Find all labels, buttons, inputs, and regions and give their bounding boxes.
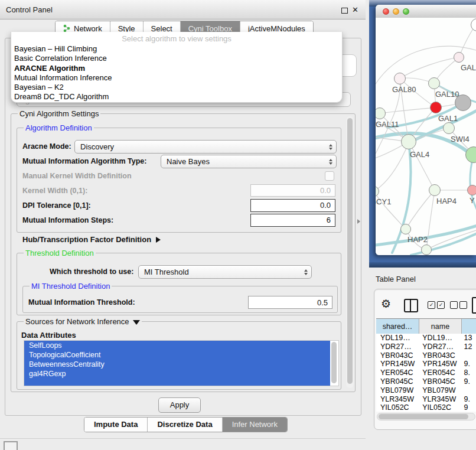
table-cell[interactable]: 9.: [460, 360, 476, 369]
network-window-titlebar[interactable]: [376, 5, 476, 18]
table-cell[interactable]: YIL052C: [376, 403, 418, 412]
minimize-window-icon[interactable]: [393, 8, 399, 15]
network-node-swi4[interactable]: [443, 122, 455, 134]
control-panel-window: Control Panel ✕ Network Style Select Cyn…: [0, 0, 366, 439]
column-layout-icon[interactable]: [404, 299, 418, 312]
table-row[interactable]: YIL052CYIL052C9: [376, 403, 476, 412]
algorithm-option[interactable]: ARACNE Algorithm: [11, 64, 342, 73]
table-cell[interactable]: YER054C: [418, 369, 459, 377]
column-header-partial[interactable]: [462, 319, 476, 334]
table-cell[interactable]: [460, 351, 476, 360]
table-cell[interactable]: 9: [460, 403, 476, 412]
table-cell[interactable]: 9.: [460, 395, 476, 404]
zoom-window-icon[interactable]: [403, 8, 409, 15]
table-cell[interactable]: YPR145W: [418, 360, 459, 369]
table-cell[interactable]: 12: [460, 343, 476, 351]
network-node[interactable]: [455, 94, 471, 111]
column-header-shared-name[interactable]: shared…: [376, 319, 419, 334]
mi-threshold-label: Mutual Information Threshold:: [28, 298, 135, 306]
table-cell[interactable]: [460, 386, 476, 395]
network-canvas[interactable]: GALGAL80GAL10GAL1GAL11SWI4GAL4GCY1HAP4YH…: [376, 18, 476, 255]
float-window-icon[interactable]: [341, 8, 348, 14]
table-row[interactable]: YDL19…YDL19…13: [376, 334, 476, 343]
table-cell[interactable]: YER054C: [376, 369, 418, 377]
manual-kernel-width-checkbox[interactable]: [325, 171, 334, 181]
table-cell[interactable]: YDL19…: [376, 334, 418, 343]
table-cell[interactable]: 13: [460, 334, 476, 343]
close-window-icon[interactable]: ✕: [352, 5, 358, 14]
table-cell[interactable]: YBL079W: [376, 386, 418, 395]
table-body[interactable]: YDL19…YDL19…13YDR27…YDR27…12YBR043CYBR04…: [376, 334, 476, 412]
apply-button[interactable]: Apply: [158, 397, 201, 413]
table-cell[interactable]: YBR043C: [418, 351, 459, 360]
attribute-list-item[interactable]: TopologicalCoefficient: [24, 350, 338, 360]
table-row[interactable]: YBR045CYBR045C9.: [376, 377, 476, 386]
mi-algorithm-type-value: Naive Bayes: [161, 157, 325, 166]
algorithm-option[interactable]: Bayesian – K2: [11, 83, 342, 92]
horizontal-scrollbar-thumb[interactable]: [379, 414, 468, 419]
column-header-name[interactable]: name: [419, 319, 462, 334]
table-cell[interactable]: 8.: [460, 369, 476, 377]
hub-definition-toggle[interactable]: Hub/Transcription Factor Definition: [22, 235, 161, 244]
attribute-list-item[interactable]: SelfLoops: [24, 341, 338, 350]
mi-steps-input[interactable]: 6: [250, 214, 335, 227]
tab-infer-network[interactable]: Infer Network: [222, 418, 287, 432]
table-cell[interactable]: YLR345W: [376, 395, 418, 404]
tab-impute-data[interactable]: Impute Data: [84, 418, 147, 432]
network-node-y[interactable]: [467, 185, 476, 195]
gear-icon[interactable]: ⚙: [381, 297, 391, 310]
settings-scrollbar-thumb[interactable]: [347, 118, 353, 384]
aracne-mode-select[interactable]: Discovery: [74, 140, 337, 154]
node-label: GAL4: [410, 150, 429, 159]
list-scrollbar-thumb[interactable]: [331, 342, 337, 383]
table-cell[interactable]: YDR27…: [376, 343, 418, 351]
attribute-list-item[interactable]: gal4RGexp: [24, 369, 338, 379]
dpi-tolerance-input[interactable]: 0.0: [250, 199, 335, 212]
algorithm-option[interactable]: Mutual Information Inference: [11, 73, 342, 83]
network-node-gal[interactable]: [454, 52, 464, 63]
table-row[interactable]: YDR27…YDR27…12: [376, 343, 476, 351]
unchecked-checkbox-icon[interactable]: [459, 301, 467, 309]
table-cell[interactable]: YDL19…: [418, 334, 459, 343]
network-node-hap4[interactable]: [429, 184, 441, 196]
algorithm-option[interactable]: Basic Correlation Inference: [11, 54, 342, 63]
sources-legend[interactable]: Sources for Network Inference: [24, 318, 142, 325]
unchecked-checkbox-icon[interactable]: [450, 301, 458, 309]
splitter-collapse-icon[interactable]: [357, 219, 360, 224]
which-threshold-select[interactable]: MI Threshold: [138, 265, 312, 279]
table-cell[interactable]: YLR345W: [418, 395, 459, 404]
mi-threshold-input[interactable]: 0.5: [248, 296, 332, 309]
checked-checkbox-icon[interactable]: ✓: [428, 301, 435, 309]
table-row[interactable]: YPR145WYPR145W9.: [376, 360, 476, 369]
table-row[interactable]: YER054CYER054C8.: [376, 369, 476, 377]
mi-algorithm-type-select[interactable]: Naive Bayes: [161, 155, 337, 168]
kernel-width-input[interactable]: 0.0: [250, 184, 335, 197]
table-cell[interactable]: YBR045C: [418, 377, 459, 386]
algorithm-option[interactable]: Bayesian – Hill Climbing: [11, 44, 342, 54]
tab-discretize-data[interactable]: Discretize Data: [147, 418, 221, 432]
table-cell[interactable]: YBR043C: [376, 351, 418, 360]
table-cell[interactable]: YDR27…: [418, 343, 459, 351]
data-attributes-list[interactable]: SelfLoopsTopologicalCoefficientBetweenne…: [24, 340, 339, 386]
attribute-list-item[interactable]: BetweennessCentrality: [24, 360, 338, 369]
network-node-hap2[interactable]: [400, 224, 411, 234]
table-cell[interactable]: YBR045C: [376, 377, 418, 386]
table-row[interactable]: YLR345WYLR345W9.: [376, 395, 476, 404]
network-node-gal10[interactable]: [428, 77, 440, 89]
network-node-gal80[interactable]: [394, 73, 406, 84]
close-window-icon[interactable]: [383, 8, 389, 15]
network-node-gal1[interactable]: [430, 102, 442, 113]
network-node-gal4[interactable]: [401, 134, 416, 149]
table-cell[interactable]: YIL052C: [418, 403, 459, 412]
table-cell[interactable]: YBL079W: [418, 386, 459, 395]
checked-checkbox-icon[interactable]: ✓: [437, 301, 445, 309]
table-row[interactable]: YBR043CYBR043C: [376, 351, 476, 360]
collapsed-panel-stub[interactable]: [4, 441, 18, 450]
algorithm-option[interactable]: Dream8 DC_TDC Algorithm: [11, 92, 342, 102]
table-row[interactable]: YBL079WYBL079W: [376, 386, 476, 395]
threshold-definition-legend: Threshold Definition: [24, 249, 96, 257]
network-node[interactable]: [421, 244, 432, 255]
table-cell[interactable]: YPR145W: [376, 360, 418, 369]
document-icon[interactable]: [472, 297, 476, 314]
table-cell[interactable]: 9.: [460, 377, 476, 386]
